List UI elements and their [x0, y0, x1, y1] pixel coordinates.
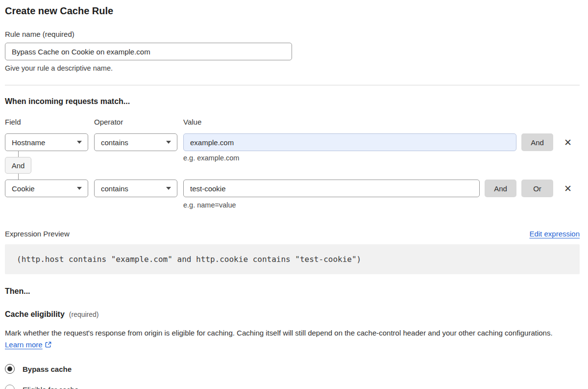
value-input-row2[interactable]	[183, 180, 480, 197]
match-row-2: Cookie contains And Or ✕	[5, 180, 580, 197]
cache-eligibility-options: Bypass cache Eligible for cache	[5, 364, 580, 389]
operator-select-row1-value: contains	[101, 138, 128, 147]
close-icon[interactable]: ✕	[563, 183, 573, 194]
then-heading: Then...	[5, 287, 580, 296]
edit-expression-link[interactable]: Edit expression	[529, 230, 580, 238]
create-cache-rule-page: Create new Cache Rule Rule name (require…	[0, 0, 588, 389]
eligible-for-cache-label: Eligible for cache	[23, 386, 78, 389]
field-select-row2[interactable]: Cookie	[5, 180, 88, 197]
value-input-row1[interactable]	[183, 133, 516, 151]
expression-header: Expression Preview Edit expression	[5, 230, 580, 238]
close-icon[interactable]: ✕	[563, 137, 573, 148]
and-connector-button[interactable]: And	[5, 157, 31, 174]
required-note: (required)	[69, 311, 99, 318]
rule-name-label: Rule name (required)	[5, 30, 580, 38]
cache-eligibility-label: Cache eligibility	[5, 310, 65, 319]
eligible-for-cache-radio[interactable]: Eligible for cache	[5, 385, 580, 389]
external-link-icon	[45, 340, 52, 352]
row2-buttons: And Or	[485, 180, 553, 197]
value-hint-row1: e.g. example.com	[183, 154, 239, 162]
add-and-condition-button-row1[interactable]: And	[521, 133, 553, 151]
connector-line-top	[18, 151, 19, 157]
cache-eligibility-description: Mark whether the request's response from…	[5, 327, 571, 352]
add-and-condition-button-row2[interactable]: And	[485, 180, 516, 197]
description-text: Mark whether the request's response from…	[5, 329, 553, 337]
field-select-row2-value: Cookie	[12, 184, 35, 193]
match-row-1: Hostname contains And ✕	[5, 133, 580, 151]
section-divider	[5, 85, 580, 85]
connector-line-bottom	[18, 174, 19, 180]
field-select-row1-value: Hostname	[12, 138, 45, 147]
rule-name-help: Give your rule a descriptive name.	[5, 64, 580, 72]
chevron-down-icon	[77, 187, 82, 190]
expression-code: (http.host contains "example.com" and ht…	[17, 255, 361, 264]
rule-name-input[interactable]	[5, 43, 292, 60]
chevron-down-icon	[166, 141, 171, 144]
match-heading: When incoming requests match...	[5, 97, 580, 106]
operator-select-row1[interactable]: contains	[94, 133, 177, 151]
bypass-cache-label: Bypass cache	[23, 365, 72, 373]
radio-button-icon	[5, 364, 15, 374]
and-connector: And	[5, 151, 31, 180]
field-column-label: Field	[5, 118, 94, 126]
page-title: Create new Cache Rule	[5, 5, 580, 17]
radio-button-icon	[5, 385, 15, 389]
expression-code-block: (http.host contains "example.com" and ht…	[5, 244, 580, 274]
operator-column-label: Operator	[94, 118, 183, 126]
operator-select-row2[interactable]: contains	[94, 180, 177, 197]
match-column-labels: Field Operator Value	[5, 118, 580, 126]
cache-eligibility-header: Cache eligibility (required)	[5, 310, 580, 319]
add-or-condition-button-row2[interactable]: Or	[521, 180, 553, 197]
value-column-label: Value	[183, 118, 201, 126]
bypass-cache-radio[interactable]: Bypass cache	[5, 364, 580, 374]
expression-preview-label: Expression Preview	[5, 230, 70, 238]
field-select-row1[interactable]: Hostname	[5, 133, 88, 151]
operator-select-row2-value: contains	[101, 184, 128, 193]
row-connector-zone: And e.g. example.com	[5, 151, 580, 180]
chevron-down-icon	[77, 141, 82, 144]
chevron-down-icon	[166, 187, 171, 190]
value-hint-row2: e.g. name=value	[183, 201, 580, 209]
learn-more-link[interactable]: Learn more	[5, 340, 43, 349]
row1-buttons: And	[521, 133, 553, 151]
